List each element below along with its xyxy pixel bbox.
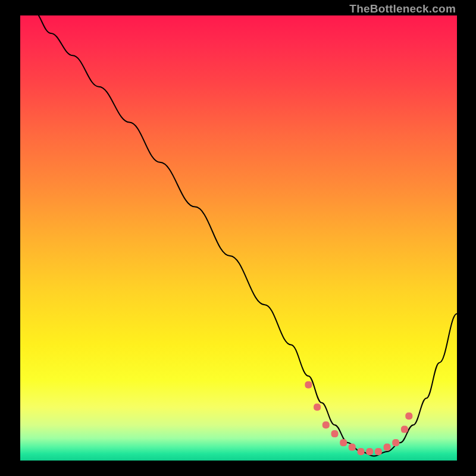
highlight-dot xyxy=(384,444,391,451)
highlight-dot xyxy=(305,381,312,389)
chart-frame: TheBottleneck.com xyxy=(0,0,476,476)
highlight-dot xyxy=(331,430,339,437)
highlight-dot xyxy=(392,439,399,446)
highlight-dot xyxy=(340,439,347,446)
plot-area xyxy=(20,15,457,461)
highlight-dot xyxy=(349,444,356,451)
watermark-text: TheBottleneck.com xyxy=(349,2,456,15)
highlight-dot xyxy=(375,448,382,455)
highlight-dot xyxy=(366,448,373,455)
highlight-dot xyxy=(405,412,412,419)
bottleneck-curve xyxy=(20,15,457,456)
highlight-dot xyxy=(358,448,365,455)
curve-layer xyxy=(20,15,457,461)
highlight-dots xyxy=(305,381,412,455)
highlight-dot xyxy=(322,421,330,428)
highlight-dot xyxy=(401,426,408,433)
highlight-dot xyxy=(314,403,321,411)
